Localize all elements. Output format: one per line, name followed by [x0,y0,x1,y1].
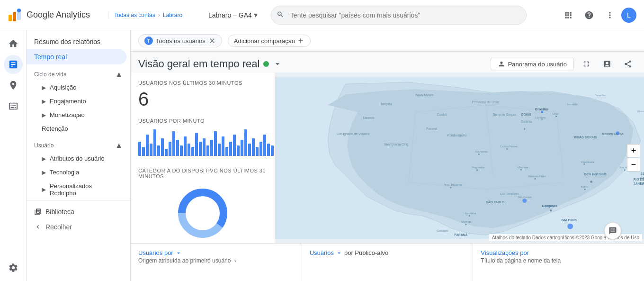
svg-text:São Paulo: São Paulo [562,218,577,222]
add-comparison-button[interactable]: Adicionar comparação [228,35,311,47]
sidebar: Resumo dos relatórios Tempo real Ciclo d… [27,30,131,281]
library-icon [34,208,42,216]
map-zoom-out-button[interactable]: − [627,158,640,172]
search-input[interactable] [271,6,527,25]
sidebar-item-realtime-label: Tempo real [34,53,67,61]
nav-home-button[interactable] [4,34,23,53]
svg-text:Nova Mutum: Nova Mutum [416,93,434,97]
svg-text:SANTO: SANTO [641,176,644,180]
help-icon-button[interactable] [580,6,599,25]
nav-explore-button[interactable] [4,76,23,95]
sidebar-lifecycle-chevron-icon[interactable]: ▲ [115,70,123,79]
topbar: Google Analytics Todas as contas › Labra… [0,0,644,30]
bar [206,145,209,156]
svg-text:Lacerda: Lacerda [363,116,374,119]
topbar-actions: L [559,6,636,25]
bottom-card-views-subtitle: Título da página e nome da tela [481,257,636,264]
sidebar-item-technology[interactable]: ▶ Tecnologia [27,165,126,179]
stats-panel: USUÁRIOS NOS ÚLTIMOS 30 MINUTOS 6 USUÁRI… [131,73,275,243]
bar [214,131,217,156]
svg-text:Pres. Prudente: Pres. Prudente [444,183,463,186]
sidebar-item-monetization[interactable]: ▶ Monetização [27,108,126,122]
bar [263,135,266,156]
svg-point-50 [520,169,522,171]
sidebar-collapse-button[interactable]: Recolher [27,219,130,235]
breadcrumb: Todas as contas › Labraro [108,12,203,18]
sidebar-item-library[interactable]: Biblioteca [27,204,130,219]
account-selector[interactable]: Labraro – GA4 ▾ [208,10,258,19]
sidebar-engagement-arrow-icon: ▶ [42,98,46,105]
sidebar-item-engagement[interactable]: ▶ Engajamento [27,94,126,108]
bar-chart-baseline [138,158,267,158]
sidebar-item-realtime[interactable]: Tempo real [27,49,126,64]
avatar[interactable]: L [621,8,636,23]
bar [225,147,228,156]
realtime-title-bar: Visão geral em tempo real Panorama do us… [131,52,644,73]
breadcrumb-all-accounts[interactable]: Todas as contas [114,12,155,18]
sidebar-item-acquisition[interactable]: ▶ Aquisição [27,81,126,94]
content-area: T Todos os usuários Adicionar comparação… [131,30,644,281]
bar [157,145,160,156]
more-options-title-icon-button[interactable] [619,55,636,73]
realtime-title: Visão geral em tempo real [138,58,282,70]
filter-t-label: T [147,38,150,44]
bar [199,142,202,156]
filter-all-users-button[interactable]: T Todos os usuários [138,34,222,47]
svg-text:Goiânia: Goiânia [521,120,532,123]
bottom-card-users-audience-title-text: Usuários [310,249,334,256]
feedback-button[interactable] [604,222,621,239]
nav-settings-button[interactable] [4,258,23,277]
svg-text:Uberaba: Uberaba [518,166,528,169]
bottom-card-users-audience[interactable]: Usuários por Público-alvo [302,244,474,281]
map-zoom-controls: + − [627,144,640,172]
main-layout: Resumo dos relatórios Tempo real Ciclo d… [0,30,644,281]
nav-advertising-button[interactable] [4,97,23,116]
nav-reports-button[interactable] [4,55,23,74]
bar [241,140,243,156]
svg-point-48 [583,163,585,165]
svg-text:Cascavel: Cascavel [437,229,448,232]
bottom-card-users-by[interactable]: Usuários por Origem atribuída ao primeir… [131,244,302,281]
sidebar-user-chevron-icon[interactable]: ▲ [115,141,123,150]
apps-icon-button[interactable] [559,6,578,25]
bar [248,144,251,156]
sidebar-content: Resumo dos relatórios Tempo real Ciclo d… [27,30,130,281]
expand-icon-button[interactable] [578,55,595,73]
share-report-icon-button[interactable] [599,55,616,73]
bar [222,136,224,156]
sidebar-item-summary[interactable]: Resumo dos relatórios [27,34,126,49]
sidebar-item-retention[interactable]: Retenção [27,122,126,136]
svg-text:JANEIRO: JANEIRO [634,182,644,185]
bar [138,142,141,156]
bottom-card-users-audience-dropdown-icon[interactable] [336,250,342,256]
bottom-card-users-by-arrow-icon [233,258,238,264]
sidebar-item-custom[interactable]: ▶ Personalizados Rodolpho [27,179,126,200]
sidebar-item-user-attributes[interactable]: ▶ Atributos do usuário [27,152,126,165]
add-comparison-label: Adicionar comparação [234,37,295,45]
svg-point-31 [541,118,543,120]
svg-point-71 [450,187,451,189]
filter-user-icon: T [144,36,153,45]
svg-text:Luziânia: Luziânia [535,116,546,119]
users-per-minute-chart [138,127,267,156]
svg-text:Belo Horizonte: Belo Horizonte [584,172,607,176]
bottom-card-views[interactable]: Visualizações por Título da página e nom… [473,244,644,281]
status-chevron-icon[interactable] [273,59,282,69]
sidebar-engagement-label: Engajamento [50,98,86,105]
content-body: USUÁRIOS NOS ÚLTIMOS 30 MINUTOS 6 USUÁRI… [131,73,644,243]
more-options-icon-button[interactable] [600,6,619,25]
bottom-card-users-by-dropdown-icon[interactable] [175,250,182,256]
svg-text:Londrina: Londrina [465,212,476,215]
map-zoom-in-button[interactable]: + [627,144,640,157]
map-panel: Tangará Nova Mutum Lacerda Cuiabá Primav… [275,73,644,243]
breadcrumb-account[interactable]: Labraro [163,12,182,18]
bar [252,138,255,156]
users-30min-block: USUÁRIOS NOS ÚLTIMOS 30 MINUTOS 6 [138,80,267,109]
svg-text:ESPÍRITO: ESPÍRITO [641,172,644,175]
svg-text:San Ignacio Chiq.: San Ignacio Chiq. [384,143,409,146]
svg-point-52 [476,169,478,171]
bar [161,138,164,156]
app-title: Google Analytics [27,10,90,20]
bar [188,144,190,156]
user-overview-button[interactable]: Panorama do usuário [491,57,574,71]
